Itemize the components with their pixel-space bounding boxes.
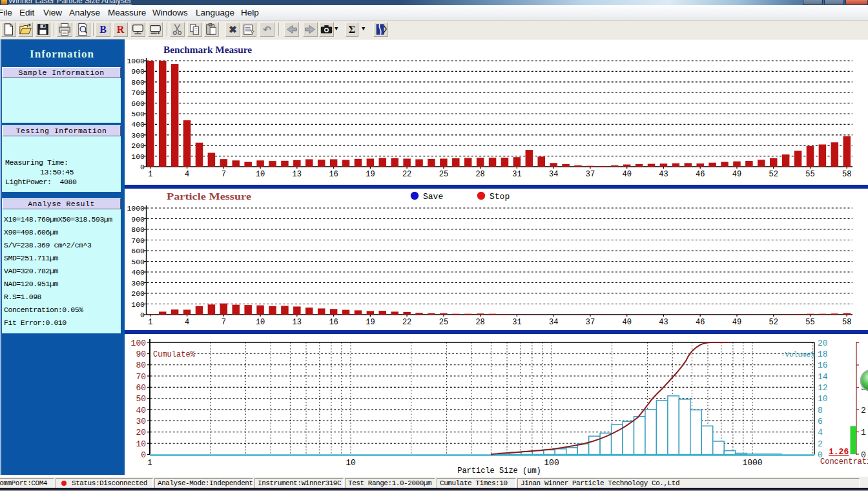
svg-text:40: 40: [136, 406, 146, 415]
svg-text:50: 50: [136, 394, 146, 404]
svg-text:10: 10: [818, 394, 828, 404]
svg-text:40: 40: [622, 318, 631, 327]
svg-text:49: 49: [732, 318, 741, 327]
svg-text:52: 52: [769, 318, 778, 327]
svg-text:7: 7: [222, 318, 226, 327]
svg-text:200: 200: [131, 289, 145, 298]
svg-text:300: 300: [131, 131, 145, 140]
svg-text:10: 10: [346, 458, 356, 468]
svg-text:Save: Save: [423, 192, 443, 202]
svg-text:25: 25: [439, 170, 448, 179]
svg-text:8: 8: [818, 406, 823, 415]
svg-text:43: 43: [659, 170, 668, 179]
svg-text:31: 31: [512, 318, 521, 327]
svg-text:22: 22: [402, 170, 411, 179]
svg-text:4: 4: [185, 170, 189, 179]
svg-text:10: 10: [256, 318, 265, 327]
svg-text:100: 100: [131, 152, 145, 161]
svg-text:600: 600: [131, 247, 145, 255]
svg-text:1: 1: [147, 458, 152, 468]
svg-text:37: 37: [586, 318, 595, 327]
svg-text:31: 31: [512, 170, 521, 179]
svg-text:Particle Messure: Particle Messure: [167, 191, 251, 202]
svg-text:900: 900: [131, 67, 145, 76]
svg-text:800: 800: [131, 225, 145, 234]
svg-text:6: 6: [818, 417, 823, 426]
svg-text:14: 14: [818, 372, 828, 382]
svg-text:500: 500: [131, 110, 145, 118]
svg-text:13: 13: [293, 170, 302, 179]
svg-text:13: 13: [293, 318, 302, 327]
svg-text:1: 1: [148, 170, 152, 179]
svg-text:19: 19: [366, 170, 375, 179]
svg-text:0: 0: [140, 163, 145, 171]
svg-text:58: 58: [842, 318, 851, 327]
svg-text:600: 600: [131, 99, 145, 108]
svg-text:0: 0: [141, 450, 146, 460]
svg-text:Stop: Stop: [490, 192, 510, 202]
svg-text:28: 28: [475, 318, 484, 327]
svg-text:1000: 1000: [742, 458, 762, 468]
svg-text:10: 10: [256, 170, 265, 179]
svg-text:1000: 1000: [127, 57, 145, 65]
svg-text:18: 18: [818, 350, 828, 359]
svg-text:4: 4: [818, 428, 823, 437]
svg-text:4: 4: [185, 318, 189, 327]
svg-text:10: 10: [136, 439, 146, 449]
svg-text:40: 40: [622, 170, 631, 179]
svg-text:1000: 1000: [127, 204, 145, 213]
svg-text:12: 12: [818, 383, 828, 393]
svg-text:20: 20: [818, 339, 828, 348]
svg-text:28: 28: [475, 170, 484, 179]
svg-text:100: 100: [544, 458, 559, 468]
svg-text:1: 1: [148, 318, 152, 327]
svg-text:Benchmark Measure: Benchmark Measure: [163, 45, 252, 55]
svg-text:Cumulate%: Cumulate%: [153, 350, 196, 359]
svg-text:1: 1: [861, 428, 866, 437]
svg-text:2: 2: [818, 439, 823, 449]
svg-text:100: 100: [131, 300, 145, 309]
svg-text:25: 25: [439, 318, 448, 327]
svg-text:0: 0: [140, 311, 145, 319]
svg-text:7: 7: [222, 170, 226, 179]
svg-text:34: 34: [549, 170, 558, 179]
svg-text:34: 34: [549, 318, 558, 327]
svg-text:60: 60: [136, 383, 146, 393]
svg-text:400: 400: [131, 120, 145, 129]
svg-text:-Volume%: -Volume%: [781, 351, 815, 359]
svg-text:800: 800: [131, 78, 145, 87]
svg-text:70: 70: [136, 372, 146, 382]
svg-text:700: 700: [131, 236, 145, 245]
svg-text:20: 20: [136, 428, 146, 437]
svg-text:16: 16: [329, 318, 338, 327]
svg-text:1.26: 1.26: [829, 447, 849, 457]
svg-text:16: 16: [818, 360, 828, 370]
svg-text:90: 90: [136, 350, 146, 359]
svg-text:200: 200: [131, 141, 145, 150]
svg-text:Particle Size (um): Particle Size (um): [457, 466, 541, 475]
svg-text:37: 37: [586, 170, 595, 179]
svg-text:46: 46: [696, 318, 705, 327]
svg-text:43: 43: [659, 318, 668, 327]
svg-text:52: 52: [769, 170, 778, 179]
svg-text:22: 22: [402, 318, 411, 327]
svg-text:100: 100: [131, 339, 146, 348]
svg-text:300: 300: [131, 279, 145, 287]
svg-text:55: 55: [805, 318, 814, 327]
svg-text:16: 16: [329, 170, 338, 179]
svg-text:19: 19: [366, 318, 375, 327]
svg-text:58: 58: [842, 170, 851, 179]
svg-text:Concentration: Concentration: [820, 457, 868, 466]
svg-text:900: 900: [131, 215, 145, 224]
svg-text:80: 80: [136, 360, 146, 370]
svg-text:2: 2: [861, 406, 866, 415]
svg-text:400: 400: [131, 268, 145, 277]
svg-text:49: 49: [732, 170, 741, 179]
svg-text:46: 46: [696, 170, 705, 179]
svg-text:500: 500: [131, 258, 145, 266]
svg-text:700: 700: [131, 89, 145, 97]
svg-text:30: 30: [136, 417, 146, 426]
svg-text:55: 55: [805, 170, 814, 179]
